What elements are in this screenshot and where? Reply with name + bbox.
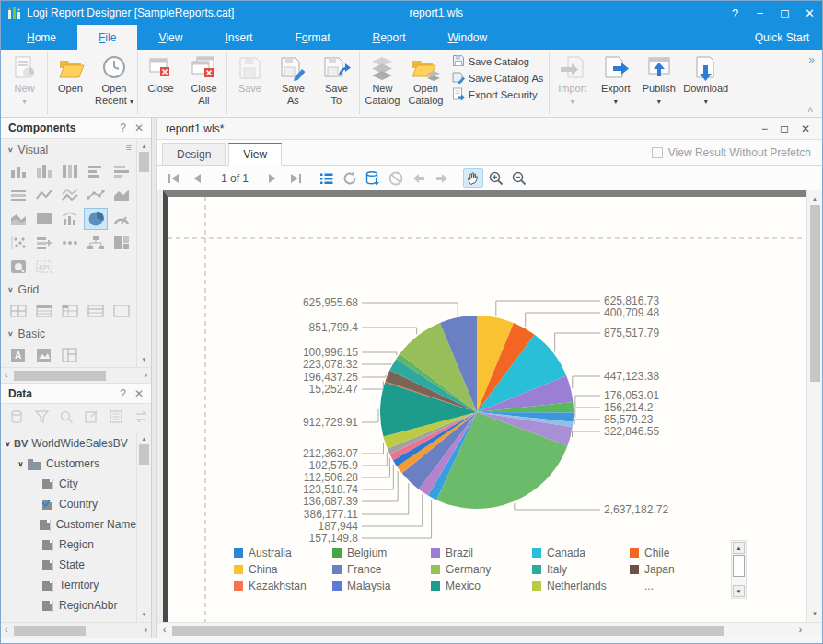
fetch-data-icon[interactable]	[363, 168, 383, 188]
table-grid-icon[interactable]	[7, 301, 29, 321]
help-button[interactable]: ?	[723, 6, 748, 20]
section-menu-icon[interactable]: ≡	[126, 142, 132, 153]
publish-button[interactable]: Publish▾	[637, 50, 680, 108]
search-icon[interactable]	[59, 409, 75, 427]
maximize-button[interactable]: ◻	[772, 6, 797, 20]
last-page-icon[interactable]	[285, 168, 306, 188]
pie-chart-icon[interactable]	[85, 209, 107, 229]
chevron-down-icon[interactable]: ∨	[3, 440, 13, 448]
forward-icon[interactable]	[432, 168, 452, 188]
doc-maximize-button[interactable]: ◻	[780, 122, 789, 135]
scroll-left-icon[interactable]: ‹	[5, 623, 7, 638]
next-page-icon[interactable]	[262, 168, 283, 188]
tree-item-city[interactable]: City	[1, 474, 136, 494]
scroll-up-icon[interactable]: ▲	[807, 193, 822, 204]
banded-grid-icon[interactable]	[33, 301, 55, 321]
components-horizontal-scrollbar[interactable]: ‹ ›	[1, 367, 151, 383]
prev-page-icon[interactable]	[187, 168, 207, 188]
export-security-button[interactable]: Export Security	[452, 88, 543, 101]
components-close-icon[interactable]: ✕	[134, 121, 144, 134]
scroll-down-icon[interactable]: ▼	[137, 609, 151, 620]
close-all-button[interactable]: CloseAll	[182, 50, 226, 107]
kpi-chart-icon[interactable]: KPI	[33, 257, 55, 277]
doc-minimize-button[interactable]: −	[761, 122, 768, 135]
zoom-in-icon[interactable]	[486, 168, 506, 188]
chevron-down-icon[interactable]: ∨	[16, 460, 26, 468]
menu-tab-file[interactable]: File	[77, 25, 137, 50]
hbar-line-chart-icon[interactable]	[110, 161, 133, 181]
tree-item-country[interactable]: Country	[1, 494, 136, 514]
blank-grid-icon[interactable]	[110, 301, 133, 321]
stop-icon[interactable]	[386, 168, 406, 188]
refresh-icon[interactable]	[340, 168, 360, 188]
hbar-chart-icon[interactable]	[85, 161, 107, 181]
new-button[interactable]: New▾	[3, 50, 46, 108]
toc-icon[interactable]	[317, 168, 337, 188]
menu-tab-format[interactable]: Format	[273, 25, 351, 50]
scroll-left-icon[interactable]: ‹	[5, 368, 7, 383]
embedded-scrollbar[interactable]: ▲ ▼	[731, 540, 747, 599]
swap-icon[interactable]	[133, 409, 149, 427]
tab-design[interactable]: Design	[162, 143, 226, 166]
section-grid[interactable]: ∨Grid	[1, 281, 136, 299]
tree-item-customers[interactable]: ∨Customers	[1, 454, 136, 474]
prefetch-checkbox[interactable]	[652, 147, 663, 158]
data-close-icon[interactable]: ✕	[134, 387, 144, 400]
minimize-button[interactable]: −	[748, 6, 772, 20]
map-chart-icon[interactable]	[7, 257, 29, 277]
doc-close-button[interactable]: ✕	[801, 122, 810, 135]
close-button[interactable]: Close	[139, 50, 182, 95]
tree-item-worldwidesalesbv[interactable]: ∨BVWorldWideSalesBV	[1, 433, 136, 454]
new-catalog-button[interactable]: NewCatalog	[361, 50, 404, 107]
scroll-down-icon[interactable]: ▼	[733, 585, 745, 597]
open-button[interactable]: Open	[49, 50, 92, 95]
open-recent-button[interactable]: OpenRecent ▾	[92, 50, 136, 108]
add-rows-chart-icon[interactable]	[33, 233, 55, 253]
stacked-line-chart-icon[interactable]	[7, 185, 29, 205]
image-basic-icon[interactable]	[33, 345, 55, 365]
save-catalog-button[interactable]: Save Catalog	[452, 55, 543, 68]
section-basic[interactable]: ∨Basic	[1, 325, 136, 343]
gauge-chart-icon[interactable]	[110, 209, 133, 229]
tab-view[interactable]: View	[228, 143, 282, 166]
area-chart-icon[interactable]	[110, 185, 133, 205]
data-help-icon[interactable]: ?	[120, 387, 126, 400]
scatter-chart-icon[interactable]	[7, 233, 29, 253]
report-vertical-scrollbar[interactable]: ▲ ▼	[806, 190, 822, 622]
edit-icon[interactable]	[84, 409, 99, 427]
column-chart-icon[interactable]	[59, 161, 81, 181]
scroll-right-icon[interactable]: ›	[799, 623, 802, 638]
list-icon[interactable]	[109, 409, 124, 427]
crosstab-grid-icon[interactable]	[59, 301, 81, 321]
section-visual[interactable]: ∨Visual	[1, 141, 136, 159]
back-icon[interactable]	[409, 168, 429, 188]
components-vertical-scrollbar[interactable]: ▲ ▼	[136, 139, 151, 367]
layout-basic-icon[interactable]	[59, 345, 81, 365]
line-chart-icon[interactable]	[33, 185, 55, 205]
filled-area-chart-icon[interactable]	[7, 209, 29, 229]
hand-tool-icon[interactable]	[463, 168, 483, 188]
quick-start-menu[interactable]: Quick Start	[742, 25, 822, 50]
org-chart-icon[interactable]	[85, 233, 107, 253]
zigzag-chart-icon[interactable]	[59, 185, 81, 205]
tree-item-regionabbr[interactable]: RegionAbbr	[1, 595, 136, 615]
ribbon-collapse-icon[interactable]: ˄	[807, 105, 813, 115]
bench-chart-icon[interactable]	[33, 161, 55, 181]
label-basic-icon[interactable]: A	[7, 345, 29, 365]
treemap-chart-icon[interactable]	[110, 233, 133, 253]
report-horizontal-scrollbar[interactable]: ‹ ›	[157, 622, 822, 638]
pie-chart[interactable]: 625,955.68851,799.4100,996.15223,078.321…	[168, 197, 806, 622]
close-button[interactable]: ✕	[797, 6, 822, 20]
menu-tab-view[interactable]: View	[137, 25, 203, 50]
data-vertical-scrollbar[interactable]: ▲ ▼	[136, 431, 151, 622]
tree-item-region[interactable]: Region	[1, 535, 136, 555]
menu-tab-insert[interactable]: Insert	[203, 25, 273, 50]
tree-item-state[interactable]: State	[1, 555, 136, 575]
database-icon[interactable]	[9, 409, 25, 427]
scroll-down-icon[interactable]: ▼	[807, 608, 822, 619]
download-button[interactable]: Download▾	[680, 50, 731, 108]
tree-item-customer-name[interactable]: Customer Name	[1, 514, 136, 535]
save-catalog-as-button[interactable]: Save Catalog As	[452, 72, 543, 85]
image-chart-icon[interactable]	[33, 209, 55, 229]
zoom-out-icon[interactable]	[509, 168, 529, 188]
